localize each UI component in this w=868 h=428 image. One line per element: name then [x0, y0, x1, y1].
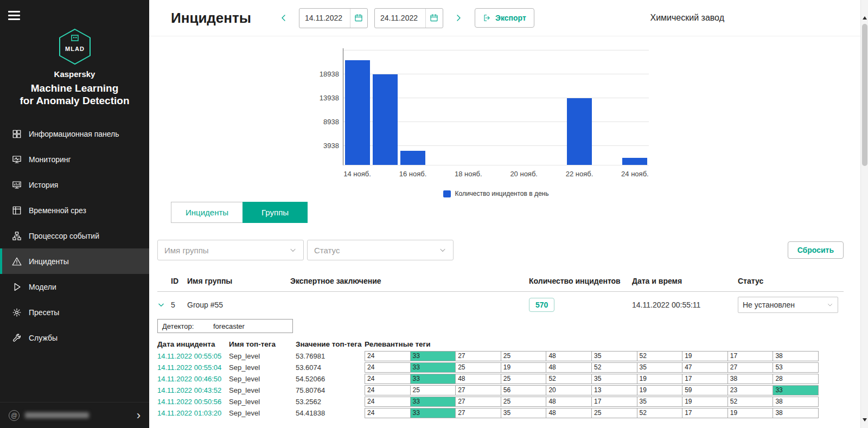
incident-date-link[interactable]: 14.11.2022 01:03:20: [157, 409, 229, 417]
scroll-up-icon[interactable]: [863, 14, 867, 20]
site-name: Химический завод: [650, 13, 724, 23]
sidebar-item-incidents[interactable]: Инциденты: [0, 248, 149, 274]
detector-label: Детектор:: [158, 322, 213, 330]
group-detail: Детектор: forecaster Дата инцидента Имя …: [157, 319, 819, 418]
tag-cell: 19: [682, 397, 728, 407]
menu-icon[interactable]: [8, 9, 20, 22]
tag-cell: 48: [546, 397, 592, 407]
calendar-icon[interactable]: [350, 9, 367, 28]
tag-cell: 52: [592, 362, 637, 373]
next-period-button[interactable]: [454, 14, 463, 22]
scrollbar-thumb[interactable]: [862, 24, 867, 166]
sidebar-item-dashboard[interactable]: Информационная панель: [0, 121, 149, 146]
sidebar-item-event-processor[interactable]: Процессор событий: [0, 223, 149, 248]
tag-cell: 52: [637, 351, 683, 361]
tag-cell: 38: [773, 397, 819, 407]
incident-date-link[interactable]: 14.11.2022 00:46:50: [157, 375, 229, 383]
prev-period-button[interactable]: [279, 14, 288, 22]
x-axis-tick: 22 нояб.: [566, 170, 593, 178]
status-filter-select[interactable]: Статус: [307, 240, 454, 260]
collapse-row-icon[interactable]: [157, 301, 165, 309]
export-button[interactable]: Экспорт: [475, 8, 534, 28]
date-to-input[interactable]: 24.11.2022: [374, 8, 443, 28]
top-tag-value: 53.2562: [296, 398, 365, 406]
chart-bar: [622, 158, 647, 165]
tag-cell: 19: [637, 374, 683, 384]
relevant-tags: 24332519485235472753: [365, 362, 819, 373]
col-id: ID: [171, 277, 187, 285]
presets-icon: [12, 308, 22, 317]
detector-value: forecaster: [213, 322, 245, 330]
date-from-input[interactable]: 14.11.2022: [299, 8, 368, 28]
tab-groups[interactable]: Группы: [242, 202, 308, 223]
sidebar-item-time-slice[interactable]: Временной срез: [0, 197, 149, 223]
col-relevant-tags: Релевантные теги: [365, 340, 819, 348]
incident-row: 14.11.2022 00:55:05Sep_level53.769812433…: [157, 351, 819, 361]
relevant-tags: 24332735482552171938: [365, 408, 819, 418]
incident-date-link[interactable]: 14.11.2022 00:55:05: [157, 352, 229, 360]
tag-cell: 35: [592, 374, 637, 384]
incident-row: 14.11.2022 00:46:50Sep_level54.520662433…: [157, 374, 819, 384]
tag-cell: 25: [456, 362, 501, 373]
incident-count-badge[interactable]: 570: [529, 298, 554, 312]
tag-cell: 59: [682, 385, 728, 395]
x-axis-tick: 20 нояб.: [510, 170, 538, 178]
x-axis-tick: 16 нояб.: [399, 170, 427, 178]
tag-cell: 38: [728, 374, 774, 384]
y-axis-tick: 3938: [310, 142, 339, 150]
tag-cell: 35: [637, 397, 683, 407]
groups-table: ID Имя группы Экспертное заключение Коли…: [157, 270, 844, 317]
tag-cell: 27: [456, 397, 501, 407]
main-content: Инциденты 14.11.2022 24.11.2022 Экспорт …: [149, 0, 868, 428]
sidebar-item-history[interactable]: История: [0, 172, 149, 197]
sidebar-item-models[interactable]: Модели: [0, 274, 149, 299]
scroll-down-icon[interactable]: [863, 418, 867, 424]
tag-cell: 24: [365, 351, 411, 361]
tag-cell: 24: [365, 362, 411, 373]
tag-cell: 48: [546, 362, 592, 373]
tag-cell: 28: [773, 374, 819, 384]
sidebar-item-label: Модели: [29, 283, 56, 291]
incident-row: 14.11.2022 01:03:20Sep_level54.418382433…: [157, 408, 819, 418]
sidebar-item-label: История: [29, 181, 58, 189]
tag-cell: 19: [682, 351, 728, 361]
incident-rows: 14.11.2022 00:55:05Sep_level53.769812433…: [157, 351, 819, 418]
tag-cell: 25: [501, 374, 547, 384]
tag-cell: 25: [592, 408, 637, 418]
tag-cell: 35: [501, 408, 547, 418]
col-expert-opinion: Экспертное заключение: [290, 277, 529, 285]
tag-cell: 17: [728, 351, 774, 361]
col-incident-date: Дата инцидента: [157, 340, 229, 348]
top-tag-value: 54.52066: [296, 375, 365, 383]
top-tag-name: Sep_level: [229, 352, 296, 360]
tag-cell: 33: [411, 374, 456, 384]
tag-cell: 25: [411, 385, 456, 395]
group-name: Group #55: [187, 301, 290, 309]
chart-bar: [567, 98, 592, 165]
x-axis-tick: 24 нояб.: [621, 170, 649, 178]
scrollbar[interactable]: [860, 0, 868, 428]
sidebar-item-label: Инциденты: [29, 257, 69, 266]
top-tag-name: Sep_level: [229, 398, 296, 406]
incident-date-link[interactable]: 14.11.2022 00:50:56: [157, 398, 229, 406]
incident-date-link[interactable]: 14.11.2022 00:55:04: [157, 363, 229, 372]
calendar-icon[interactable]: [425, 9, 443, 28]
tag-cell: 25: [501, 397, 547, 407]
product-line1: Machine Learning: [31, 82, 119, 94]
incident-date-link[interactable]: 14.11.2022 00:43:52: [157, 386, 229, 394]
top-tag-value: 53.76981: [296, 352, 365, 360]
models-icon: [12, 282, 22, 292]
chart-bar: [400, 151, 425, 165]
tag-cell: 17: [592, 397, 637, 407]
user-account-row[interactable]: @ ›: [0, 402, 149, 428]
sidebar-item-services[interactable]: Службы: [0, 325, 149, 350]
tab-incidents[interactable]: Инциденты: [171, 202, 243, 223]
tag-cell: 33: [411, 397, 456, 407]
group-name-select[interactable]: Имя группы: [157, 240, 304, 260]
status-dropdown[interactable]: Не установлен: [738, 297, 838, 313]
chart-bar: [373, 74, 398, 165]
reset-button[interactable]: Сбросить: [788, 241, 844, 259]
sidebar-item-monitoring[interactable]: Мониторинг: [0, 146, 149, 172]
sidebar-item-presets[interactable]: Пресеты: [0, 299, 149, 325]
relevant-tags: 24332725483552191738: [365, 351, 819, 361]
